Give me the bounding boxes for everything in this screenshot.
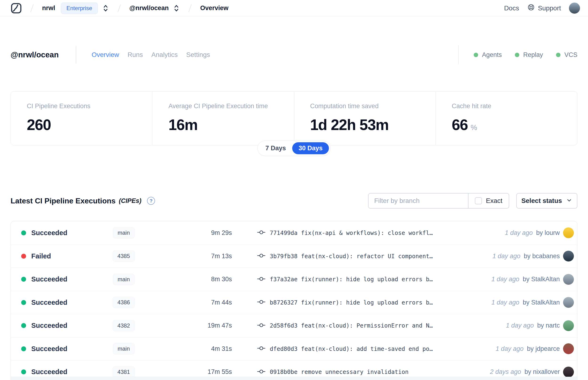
- status-dot-icon: [21, 300, 26, 305]
- meta-cell: 1 day ago by StalkAltan: [491, 274, 574, 285]
- period-30-days[interactable]: 30 Days: [292, 142, 329, 154]
- status-select-dropdown[interactable]: Select status: [516, 193, 577, 209]
- commit-message[interactable]: 3b79fb38 feat(nx-cloud): refactor UI com…: [270, 253, 433, 260]
- commit-cell: f37a32ae fix(runner): hide log upload er…: [232, 276, 491, 283]
- cipes-table: Succeeded main 9m 29s 771499da fix(nx-ap…: [11, 221, 577, 380]
- status-label: Succeeded: [31, 299, 67, 306]
- branch-badge[interactable]: 4386: [113, 297, 134, 308]
- branch-badge[interactable]: 4382: [113, 320, 134, 331]
- breadcrumb-page: Overview: [200, 4, 228, 12]
- branch-badge[interactable]: main: [113, 274, 134, 285]
- stat-value: 1d 22h 53m: [310, 116, 389, 133]
- breadcrumb-slash: [189, 4, 192, 12]
- author-avatar[interactable]: [563, 251, 574, 262]
- cipe-row[interactable]: Succeeded 4382 19m 47s 2d58f6d3 feat(nx-…: [11, 314, 577, 337]
- cipe-row[interactable]: Succeeded main 8m 30s f37a32ae fix(runne…: [11, 267, 577, 291]
- exact-label: Exact: [486, 197, 502, 205]
- tab-overview[interactable]: Overview: [92, 51, 119, 58]
- support-link[interactable]: Support: [527, 3, 561, 13]
- green-dot-icon: [474, 53, 478, 57]
- author-avatar[interactable]: [563, 320, 574, 331]
- status-select-label: Select status: [521, 197, 562, 205]
- org-switcher-chevrons-icon[interactable]: [102, 4, 109, 12]
- feature-agents[interactable]: Agents: [474, 51, 502, 58]
- commit-message[interactable]: dfed80d3 feat(nx-cloud): add time-saved …: [270, 345, 433, 352]
- branch-badge[interactable]: main: [113, 343, 134, 354]
- commit-message[interactable]: 2d58f6d3 feat(nx-cloud): PermissionError…: [270, 322, 433, 329]
- workspace-header: @nrwl/ocean Overview Runs Analytics Sett…: [11, 43, 577, 66]
- branch-badge[interactable]: 4385: [113, 250, 134, 262]
- tab-analytics[interactable]: Analytics: [152, 51, 178, 58]
- stat-card-avg-time: Average CI Pipeline Execution time 16m: [152, 92, 294, 145]
- git-commit-icon: [257, 323, 265, 329]
- tab-settings[interactable]: Settings: [186, 51, 210, 58]
- tab-runs[interactable]: Runs: [128, 51, 143, 58]
- exact-checkbox[interactable]: [475, 197, 482, 204]
- git-commit-icon: [257, 369, 265, 375]
- branch-cell: main: [98, 274, 150, 285]
- branch-badge[interactable]: 4381: [113, 366, 134, 378]
- help-icon[interactable]: ?: [147, 197, 155, 205]
- branch-cell: 4382: [98, 320, 150, 331]
- navbar-actions: Docs Support: [504, 2, 580, 14]
- meta-cell: 1 day ago by nartc: [506, 320, 574, 331]
- author-avatar[interactable]: [563, 228, 574, 238]
- cipe-row[interactable]: Succeeded main 9m 29s 771499da fix(nx-ap…: [11, 221, 577, 245]
- stat-value: 16m: [168, 116, 198, 133]
- status-dot-icon: [21, 277, 26, 282]
- author-avatar[interactable]: [563, 274, 574, 285]
- duration-cell: 9m 29s: [150, 229, 232, 237]
- green-dot-icon: [556, 53, 560, 57]
- author-avatar[interactable]: [563, 297, 574, 308]
- workspace-name[interactable]: @nrwl/ocean: [129, 4, 169, 12]
- branch-cell: 4385: [98, 250, 150, 262]
- workspace-switcher-chevrons-icon[interactable]: [173, 4, 180, 12]
- author: by lourw: [536, 229, 560, 236]
- stat-value: 260: [27, 116, 51, 133]
- cipe-row[interactable]: Succeeded main 4m 31s dfed80d3 feat(nx-c…: [11, 337, 577, 361]
- git-commit-icon: [257, 299, 265, 306]
- commit-message[interactable]: b8726327 fix(runner): hide log upload er…: [270, 299, 433, 306]
- stat-value: 66: [452, 116, 468, 133]
- nx-cloud-logo-icon[interactable]: [11, 2, 22, 14]
- status-dot-icon: [21, 346, 26, 351]
- org-name[interactable]: nrwl: [42, 4, 55, 12]
- breadcrumb-slash: [118, 4, 121, 12]
- author-avatar[interactable]: [563, 367, 574, 378]
- docs-link[interactable]: Docs: [504, 4, 519, 12]
- cipe-row[interactable]: Succeeded 4386 7m 44s b8726327 fix(runne…: [11, 291, 577, 314]
- branch-cell: main: [98, 343, 150, 354]
- duration-cell: 17m 55s: [150, 368, 232, 376]
- lifebuoy-icon: [527, 3, 535, 13]
- branch-filter-input[interactable]: [369, 193, 468, 208]
- cipe-row[interactable]: Failed 4385 7m 13s 3b79fb38 feat(nx-clou…: [11, 245, 577, 268]
- breadcrumb-slash: [30, 4, 34, 12]
- commit-message[interactable]: 771499da fix(nx-api & workflows): close …: [270, 229, 433, 236]
- meta-cell: 1 day ago by jdpearce: [495, 343, 574, 354]
- status-cell: Succeeded: [11, 299, 98, 306]
- meta-cell: 1 day ago by bcabanes: [493, 251, 574, 262]
- author: by jdpearce: [527, 345, 560, 352]
- duration-cell: 7m 44s: [150, 299, 232, 306]
- feature-vcs[interactable]: VCS: [556, 51, 577, 58]
- feature-replay[interactable]: Replay: [515, 51, 543, 58]
- stat-card-executions: CI Pipeline Executions 260: [11, 92, 152, 145]
- user-avatar[interactable]: [569, 2, 580, 14]
- top-navbar: nrwl Enterprise @nrwl/ocean Overview Doc…: [0, 0, 588, 17]
- commit-cell: 3b79fb38 feat(nx-cloud): refactor UI com…: [232, 253, 493, 260]
- breadcrumb: nrwl Enterprise @nrwl/ocean Overview: [11, 2, 228, 14]
- time-ago: 1 day ago: [493, 252, 520, 260]
- stat-label: Computation time saved: [310, 102, 436, 110]
- status-label: Succeeded: [31, 368, 67, 376]
- status-dot-icon: [21, 230, 26, 235]
- status-cell: Succeeded: [11, 275, 98, 283]
- commit-message[interactable]: f37a32ae fix(runner): hide log upload er…: [270, 276, 433, 283]
- workspace-tabs: Overview Runs Analytics Settings: [76, 51, 210, 58]
- period-7-days[interactable]: 7 Days: [259, 142, 292, 154]
- author-avatar[interactable]: [563, 343, 574, 354]
- stat-label: Average CI Pipeline Execution time: [168, 102, 294, 110]
- enterprise-badge: Enterprise: [61, 2, 98, 14]
- branch-badge[interactable]: main: [113, 227, 134, 238]
- git-commit-icon: [257, 229, 265, 236]
- commit-message[interactable]: 0918b0be remove unnecessary invalidation: [270, 368, 409, 375]
